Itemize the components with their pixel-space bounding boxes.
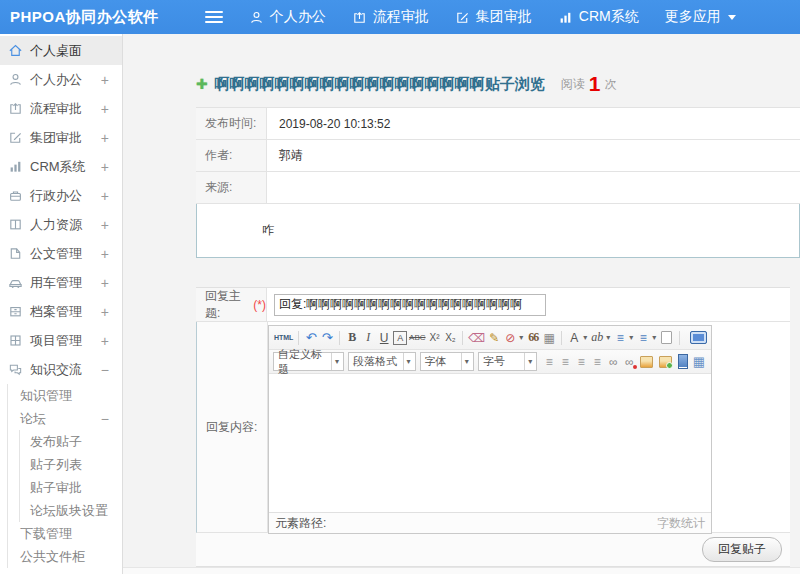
fullscreen-icon[interactable] [690,331,707,344]
custom-title-select[interactable]: 自定义标题▾ [273,352,344,371]
read-unit: 次 [604,76,616,93]
nav-group-approval[interactable]: 集团审批 [455,8,532,26]
nav-crm-system[interactable]: CRM系统 [558,8,639,26]
sidebar-item-post-approval[interactable]: 贴子审批 [20,476,122,499]
read-count: 1 [589,74,601,94]
nav-more-apps[interactable]: 更多应用 [665,8,736,26]
sidebar-item-group-approval[interactable]: 集团审批 + [0,123,122,152]
redo-icon[interactable]: ↷ [320,329,334,347]
caret-down-icon[interactable]: ▾ [583,333,587,342]
font-size-select[interactable]: 字号▾ [478,352,537,371]
expand-icon[interactable]: + [101,130,109,146]
subscript-icon[interactable]: X₂ [443,329,457,347]
italic-icon[interactable]: I [361,329,375,347]
align-justify-icon[interactable]: ≡ [590,353,604,371]
project-icon [8,333,23,348]
chart-icon [8,159,23,174]
chart-icon [558,10,573,25]
caret-down-icon[interactable]: ▾ [629,333,633,342]
caret-down-icon[interactable]: ▾ [606,333,610,342]
editor-status-bar: 元素路径: 字数统计 [269,512,711,533]
paragraph-format-select[interactable]: 段落格式▾ [348,352,416,371]
sidebar-item-download-mgmt[interactable]: 下载管理 [8,522,122,545]
bold-icon[interactable]: B [345,329,359,347]
expand-icon[interactable]: + [101,101,109,117]
user-icon [249,10,264,25]
caret-down-icon [728,15,736,20]
expand-icon[interactable]: + [101,159,109,175]
sidebar-item-human-resources[interactable]: 人力资源 + [0,210,122,239]
menu-toggle-icon[interactable] [205,11,223,23]
superscript-icon[interactable]: X² [427,329,441,347]
format-painter-icon[interactable]: ✎ [487,329,501,347]
sidebar-item-post-create[interactable]: 发布贴子 [20,430,122,453]
font-color-icon[interactable]: A [567,329,581,347]
remove-format-icon[interactable]: ⊘ [503,329,517,347]
reply-subject-input[interactable] [274,294,546,316]
expand-icon[interactable]: + [101,72,109,88]
insert-date-icon[interactable]: ▦ [542,329,556,347]
nav-personal-office[interactable]: 个人办公 [249,8,326,26]
sidebar-item-forum-board-settings[interactable]: 论坛版块设置 [20,499,122,522]
reply-submit-button[interactable]: 回复贴子 [702,537,782,562]
anchor-icon[interactable]: ∞ [622,353,636,371]
align-left-icon[interactable]: ≡ [542,353,556,371]
top-navbar: PHPOA协同办公软件 个人办公 流程审批 集团审批 CRM系统 更多应用 [0,0,800,34]
unordered-list-icon[interactable]: ≡ [636,329,650,347]
sidebar-item-post-list[interactable]: 贴子列表 [20,453,122,476]
font-family-select[interactable]: 字体▾ [420,352,474,371]
sidebar-item-official-docs[interactable]: 公文管理 + [0,239,122,268]
nav-workflow-approval[interactable]: 流程审批 [352,8,429,26]
expand-icon[interactable]: + [101,217,109,233]
expand-icon[interactable]: + [101,246,109,262]
collapse-icon[interactable]: − [101,362,109,378]
field-label: 来源: [196,172,267,203]
link-icon[interactable]: ∞ [606,353,620,371]
sidebar-item-admin-office[interactable]: 行政办公 + [0,181,122,210]
author-value: 郭靖 [267,140,800,171]
caret-down-icon: ▾ [331,353,339,370]
table-row: 发布时间: 2019-08-20 10:13:52 [196,108,800,140]
undo-icon[interactable]: ↶ [304,329,318,347]
blockquote-icon[interactable]: 66 [526,329,540,347]
sidebar-item-knowledge-exchange[interactable]: 知识交流 − [0,355,122,384]
editor-toolbar-row2: 自定义标题▾ 段落格式▾ 字体▾ 字号▾ ≡ ≡ ≡ ≡ ∞ ∞ [269,350,711,374]
new-page-icon[interactable] [661,331,672,344]
expand-icon[interactable]: + [101,333,109,349]
sidebar-item-archive-mgmt[interactable]: 档案管理 + [0,297,122,326]
expand-icon[interactable]: + [101,275,109,291]
multi-image-upload-icon[interactable] [659,356,672,368]
attachment-icon[interactable] [678,354,688,369]
insert-image-icon[interactable] [640,356,653,368]
underline-icon[interactable]: U [377,329,391,347]
chat-icon [8,362,23,377]
caret-down-icon[interactable]: ▾ [519,333,523,342]
expand-icon[interactable]: + [101,304,109,320]
source-code-button[interactable]: HTML [274,329,293,347]
sidebar-item-public-file-cabinet[interactable]: 公共文件柜 [8,545,122,568]
field-label: 作者: [196,140,267,171]
caret-down-icon[interactable]: ▾ [652,333,656,342]
sidebar-item-project-mgmt[interactable]: 项目管理 + [0,326,122,355]
editor-content-area[interactable] [269,374,711,512]
sidebar-item-workflow-approval[interactable]: 流程审批 + [0,94,122,123]
sidebar-item-knowledge-mgmt[interactable]: 知识管理 [8,384,122,407]
sidebar-item-forum[interactable]: 论坛 − [8,407,122,430]
ordered-list-icon[interactable]: ≡ [613,329,627,347]
insert-table-icon[interactable]: ▦ [692,353,706,371]
eraser-icon[interactable]: ⌫ [468,329,485,347]
field-label: 发布时间: [196,108,267,139]
font-border-icon[interactable]: A [393,331,407,345]
sidebar-item-vehicle-mgmt[interactable]: 用车管理 + [0,268,122,297]
sidebar-item-personal-desktop[interactable]: 个人桌面 [0,36,122,65]
align-right-icon[interactable]: ≡ [574,353,588,371]
align-center-icon[interactable]: ≡ [558,353,572,371]
expand-icon[interactable]: + [101,188,109,204]
caret-down-icon: ▾ [524,353,532,370]
sidebar-item-personal-office[interactable]: 个人办公 + [0,65,122,94]
sidebar-item-crm-system[interactable]: CRM系统 + [0,152,122,181]
document-icon [8,246,23,261]
collapse-icon[interactable]: − [101,411,109,427]
highlight-icon[interactable]: ab [590,329,604,347]
strikethrough-icon[interactable]: ABC [409,329,425,347]
